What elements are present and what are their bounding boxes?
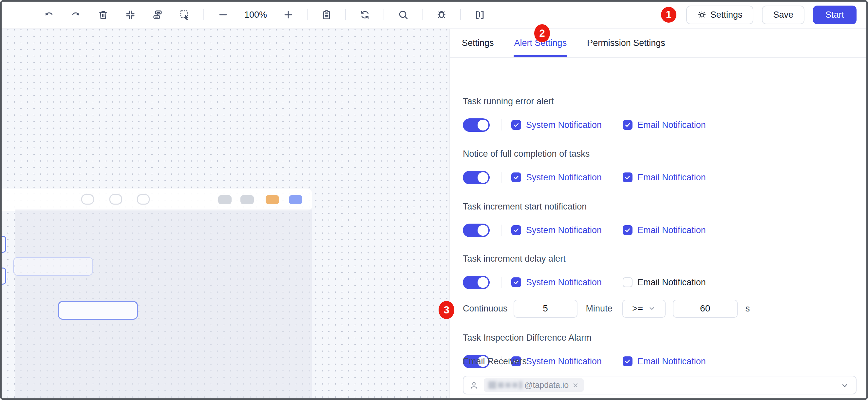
delay-threshold-row: Continuous Minute >= s bbox=[463, 299, 750, 318]
email-notification-checkbox[interactable]: Email Notification bbox=[623, 225, 706, 235]
section-controls: System Notification Email Notification bbox=[463, 118, 706, 132]
toolbar: 100% bbox=[2, 2, 866, 29]
alert-toggle[interactable] bbox=[463, 171, 490, 184]
save-button[interactable]: Save bbox=[762, 6, 804, 24]
checkbox-label: System Notification bbox=[526, 225, 602, 235]
checkbox-label: System Notification bbox=[526, 172, 602, 182]
checkbox-box bbox=[623, 120, 632, 130]
section-controls: System Notification Email Notification bbox=[463, 171, 706, 184]
alert-toggle[interactable] bbox=[463, 276, 490, 289]
redo-icon[interactable] bbox=[70, 9, 82, 21]
threshold-seconds-input[interactable] bbox=[673, 300, 738, 318]
alert-toggle[interactable] bbox=[463, 224, 490, 237]
checkbox-label: System Notification bbox=[526, 277, 602, 288]
operator-select[interactable]: >= bbox=[622, 300, 665, 318]
alert-section: Notice of full completion of tasks Syste… bbox=[463, 148, 853, 159]
search-icon[interactable] bbox=[397, 9, 409, 21]
canvas-node-outline[interactable] bbox=[13, 257, 93, 276]
chevron-down-icon bbox=[648, 305, 655, 312]
redacted-text bbox=[512, 382, 518, 388]
console-icon[interactable] bbox=[474, 9, 486, 21]
start-button-label: Start bbox=[826, 10, 844, 20]
canvas-node-pill-orange[interactable] bbox=[266, 195, 279, 204]
undo-icon[interactable] bbox=[43, 9, 55, 21]
toolbar-divider bbox=[460, 9, 461, 20]
email-notification-checkbox[interactable]: Email Notification bbox=[623, 120, 706, 130]
divider bbox=[501, 277, 501, 288]
checkbox-label: Email Notification bbox=[638, 277, 706, 288]
canvas-node-oval[interactable] bbox=[110, 194, 122, 205]
section-controls: System Notification Email Notification bbox=[463, 223, 706, 237]
delete-icon[interactable] bbox=[97, 9, 109, 21]
email-notification-checkbox[interactable]: Email Notification bbox=[623, 172, 706, 182]
toggle-knob bbox=[477, 120, 488, 131]
tab-settings[interactable]: Settings bbox=[462, 29, 494, 57]
toolbar-actions: 1 Settings Save Start bbox=[661, 6, 857, 24]
check-icon bbox=[513, 174, 520, 181]
checkbox-label: Email Notification bbox=[638, 172, 706, 182]
check-icon bbox=[513, 122, 520, 128]
remove-email-icon[interactable] bbox=[572, 382, 579, 389]
canvas-node-clipped[interactable] bbox=[0, 236, 6, 253]
alert-section: Task Inspection Difference Alarm System … bbox=[463, 333, 853, 343]
annotation-badge-1: 1 bbox=[661, 7, 676, 23]
zoom-level: 100% bbox=[244, 10, 267, 20]
divider bbox=[501, 172, 501, 183]
email-notification-checkbox[interactable]: Email Notification bbox=[623, 277, 706, 288]
start-button[interactable]: Start bbox=[813, 6, 857, 24]
alert-section: Task running error alert System Notifica… bbox=[463, 96, 853, 107]
threshold-prefix-label: Continuous bbox=[463, 304, 508, 314]
redacted-text bbox=[498, 382, 504, 388]
checkbox-box bbox=[511, 172, 521, 182]
canvas-node-pill[interactable] bbox=[241, 195, 254, 204]
operator-value: >= bbox=[632, 303, 643, 314]
canvas-node-oval[interactable] bbox=[81, 194, 94, 205]
checkbox-label: System Notification bbox=[526, 120, 602, 130]
email-receivers-input[interactable]: @tapdata.io bbox=[463, 376, 857, 394]
debug-icon[interactable] bbox=[436, 9, 447, 21]
section-title: Task Inspection Difference Alarm bbox=[463, 333, 853, 343]
toolbar-divider bbox=[383, 9, 384, 20]
settings-button-label: Settings bbox=[710, 10, 743, 20]
chevron-down-icon[interactable] bbox=[841, 382, 849, 390]
canvas-node-clipped[interactable] bbox=[0, 267, 6, 285]
system-notification-checkbox[interactable]: System Notification bbox=[511, 277, 602, 288]
section-title: Task increment delay alert bbox=[463, 253, 853, 264]
duration-input[interactable] bbox=[514, 300, 578, 318]
annotation-badge-3: 3 bbox=[439, 301, 454, 319]
redacted-text bbox=[488, 381, 496, 389]
marquee-select-icon[interactable] bbox=[179, 9, 191, 21]
canvas-node-pill[interactable] bbox=[218, 195, 231, 204]
fit-view-icon[interactable] bbox=[124, 9, 136, 21]
settings-button[interactable]: Settings bbox=[686, 6, 754, 24]
divider bbox=[501, 225, 501, 236]
toolbar-divider bbox=[345, 9, 346, 20]
check-icon bbox=[513, 279, 520, 286]
checkbox-label: Email Notification bbox=[638, 120, 706, 130]
toolbar-divider bbox=[204, 9, 204, 20]
system-notification-checkbox[interactable]: System Notification bbox=[511, 172, 602, 182]
zoom-out-icon[interactable] bbox=[217, 9, 229, 21]
canvas-node-selected[interactable] bbox=[58, 301, 138, 320]
system-notification-checkbox[interactable]: System Notification bbox=[511, 225, 602, 235]
pipeline-canvas[interactable] bbox=[2, 29, 450, 398]
checkbox-box bbox=[511, 277, 521, 287]
logs-icon[interactable] bbox=[321, 9, 333, 21]
tab-permission-settings[interactable]: Permission Settings bbox=[587, 29, 665, 57]
auto-layout-icon[interactable] bbox=[152, 9, 163, 21]
alert-section: Task increment delay alert System Notifi… bbox=[463, 253, 853, 264]
check-icon bbox=[624, 122, 631, 128]
divider bbox=[501, 119, 501, 131]
system-notification-checkbox[interactable]: System Notification bbox=[511, 120, 602, 130]
email-chip-domain: @tapdata.io bbox=[524, 380, 569, 390]
threshold-unit-label: Minute bbox=[586, 304, 613, 314]
checkbox-box bbox=[623, 172, 632, 182]
zoom-in-icon[interactable] bbox=[282, 9, 294, 21]
alert-toggle[interactable] bbox=[463, 118, 490, 132]
canvas-node-pill-blue[interactable] bbox=[289, 195, 302, 204]
canvas-node-oval[interactable] bbox=[137, 194, 150, 205]
checkbox-box bbox=[511, 225, 521, 235]
checkbox-label: Email Notification bbox=[638, 225, 706, 235]
refresh-icon[interactable] bbox=[359, 9, 371, 21]
toolbar-divider bbox=[307, 9, 308, 20]
